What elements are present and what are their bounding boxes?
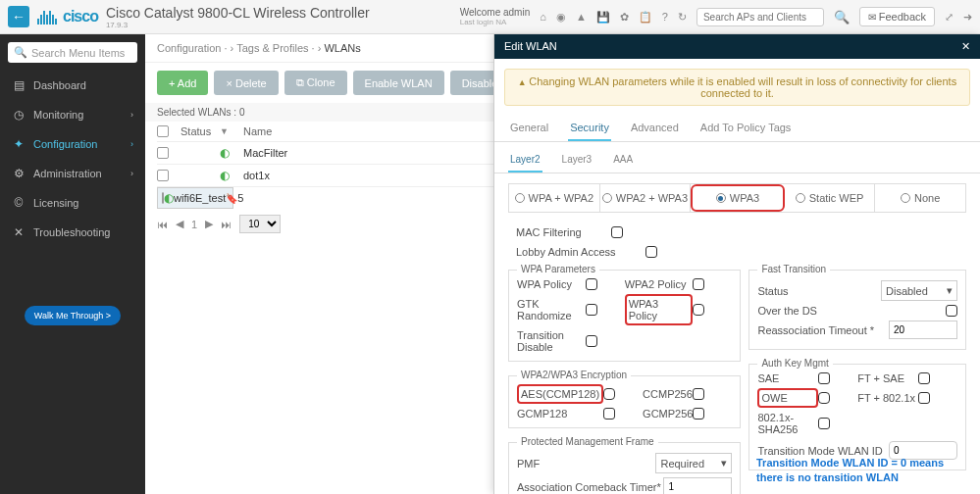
wpa-policy-checkbox[interactable] bbox=[586, 278, 597, 290]
wpa3-policy-checkbox[interactable] bbox=[693, 304, 704, 316]
col-status[interactable]: Status bbox=[181, 125, 220, 137]
8021x-sha256-checkbox[interactable] bbox=[818, 418, 830, 429]
pager-first[interactable]: ⏮ bbox=[157, 219, 168, 230]
product-title: Cisco Catalyst 9800-CL Wireless Controll… bbox=[106, 5, 370, 21]
filter-icon[interactable]: ▼ bbox=[220, 126, 243, 136]
version-label: 17.9.3 bbox=[106, 21, 370, 29]
add-button[interactable]: + Add bbox=[157, 71, 208, 95]
wifi-icon[interactable]: ◉ bbox=[556, 11, 566, 24]
lobby-admin-checkbox[interactable] bbox=[645, 246, 657, 258]
wpa-parameters-group: WPA Parameters WPA Policy WPA2 Policy GT… bbox=[508, 270, 741, 362]
subtab-layer3[interactable]: Layer3 bbox=[560, 148, 594, 173]
gcmp128-checkbox[interactable] bbox=[603, 408, 615, 420]
walk-me-through-button[interactable]: Walk Me Through > bbox=[25, 306, 121, 325]
over-the-ds-checkbox[interactable] bbox=[946, 305, 957, 317]
assoc-comeback-input[interactable] bbox=[663, 477, 732, 494]
mode-wpa3[interactable]: WPA3 bbox=[691, 184, 785, 212]
search-icon: 🔍 bbox=[14, 46, 27, 59]
gcmp256-checkbox[interactable] bbox=[693, 408, 704, 420]
fullscreen-icon[interactable]: ⤢ bbox=[945, 11, 954, 24]
annotation-note: Transition Mode WLAN ID = 0 means there … bbox=[756, 456, 962, 484]
sae-checkbox[interactable] bbox=[818, 372, 830, 384]
pager-last[interactable]: ⏭ bbox=[221, 219, 232, 230]
row-checkbox[interactable] bbox=[157, 170, 169, 181]
settings-icon[interactable]: ✿ bbox=[620, 11, 629, 24]
edit-wlan-panel: Edit WLAN ✕ ▲ Changing WLAN parameters w… bbox=[493, 34, 980, 494]
mode-wpa2-wpa3[interactable]: WPA2 + WPA3 bbox=[600, 184, 692, 212]
owe-checkbox[interactable] bbox=[818, 392, 830, 404]
clipboard-icon[interactable]: 📋 bbox=[639, 11, 652, 24]
page-size-select[interactable]: 10 bbox=[239, 215, 281, 233]
tab-general[interactable]: General bbox=[508, 116, 550, 141]
back-button[interactable]: ← bbox=[8, 6, 29, 27]
welcome-text: Welcome admin bbox=[460, 7, 531, 18]
cisco-logo-icon bbox=[37, 9, 57, 25]
pager-page: 1 bbox=[191, 219, 197, 230]
nav-troubleshooting[interactable]: ✕Troubleshooting bbox=[0, 218, 145, 247]
row-id: 5 bbox=[237, 192, 243, 204]
subtab-aaa[interactable]: AAA bbox=[611, 148, 635, 173]
mode-wpa-wpa2[interactable]: WPA + WPA2 bbox=[509, 184, 600, 212]
tab-add-policy[interactable]: Add To Policy Tags bbox=[698, 116, 794, 141]
select-all-checkbox[interactable] bbox=[157, 125, 169, 137]
last-login: Last login NA bbox=[460, 18, 531, 26]
status-up-icon: ◐ bbox=[220, 169, 243, 182]
sidebar: 🔍Search Menu Items ▤Dashboard ◷Monitorin… bbox=[0, 34, 145, 494]
clone-button[interactable]: ⧉ Clone bbox=[284, 71, 347, 95]
search-icon[interactable]: 🔍 bbox=[834, 10, 850, 25]
panel-title: Edit WLAN bbox=[504, 40, 557, 53]
nav-monitoring[interactable]: ◷Monitoring› bbox=[0, 100, 145, 129]
troubleshoot-icon: ✕ bbox=[12, 225, 26, 239]
crumb-tags[interactable]: Tags & Profiles bbox=[236, 42, 308, 54]
enable-wlan-button[interactable]: Enable WLAN bbox=[353, 71, 444, 95]
nav-administration[interactable]: ⚙Administration› bbox=[0, 159, 145, 188]
mode-none[interactable]: None bbox=[875, 184, 965, 212]
row-checkbox[interactable] bbox=[157, 147, 169, 159]
status-up-icon: ◐ bbox=[164, 191, 174, 205]
warning-banner: ▲ Changing WLAN parameters while it is e… bbox=[504, 69, 970, 106]
config-icon: ✦ bbox=[12, 137, 26, 151]
dashboard-icon: ▤ bbox=[12, 78, 26, 92]
tag-icon[interactable]: 🔖 bbox=[226, 193, 237, 204]
licensing-icon: © bbox=[12, 196, 26, 210]
tab-advanced[interactable]: Advanced bbox=[629, 116, 681, 141]
mode-static-wep[interactable]: Static WEP bbox=[785, 184, 876, 212]
wpa2-policy-checkbox[interactable] bbox=[693, 278, 704, 290]
mac-filtering-checkbox[interactable] bbox=[611, 226, 623, 238]
nav-configuration[interactable]: ✦Configuration› bbox=[0, 129, 145, 159]
ft-sae-checkbox[interactable] bbox=[918, 372, 930, 384]
pager-next[interactable]: ▶ bbox=[205, 218, 213, 230]
menu-search-input[interactable]: 🔍Search Menu Items bbox=[8, 42, 137, 63]
ft-status-select[interactable]: Disabled▾ bbox=[881, 280, 957, 301]
nav-licensing[interactable]: ©Licensing bbox=[0, 188, 145, 218]
save-icon[interactable]: 💾 bbox=[596, 11, 610, 24]
nav-dashboard[interactable]: ▤Dashboard bbox=[0, 71, 145, 100]
monitoring-icon: ◷ bbox=[12, 108, 26, 122]
admin-icon: ⚙ bbox=[12, 167, 26, 180]
pager-prev[interactable]: ◀ bbox=[176, 218, 183, 230]
global-search-input[interactable] bbox=[696, 8, 824, 26]
alert-icon[interactable]: ▲ bbox=[576, 11, 587, 24]
table-row[interactable]: ◐ wifi6E_test 🔖 5 bbox=[157, 187, 233, 209]
encryption-group: WPA2/WPA3 Encryption AES(CCMP128) CCMP25… bbox=[508, 375, 741, 428]
feedback-button[interactable]: ✉ Feedback bbox=[859, 7, 935, 26]
auth-key-mgmt-group: Auth Key Mgmt SAE FT + SAE OWE FT + 802.… bbox=[748, 364, 966, 470]
transition-disable-checkbox[interactable] bbox=[586, 335, 597, 347]
gtk-randomize-checkbox[interactable] bbox=[586, 304, 597, 316]
refresh-icon[interactable]: ↻ bbox=[678, 11, 687, 24]
logout-icon[interactable]: ➜ bbox=[963, 11, 972, 24]
pmf-select[interactable]: Required▾ bbox=[655, 453, 732, 473]
crumb-configuration[interactable]: Configuration bbox=[157, 42, 221, 54]
help-icon[interactable]: ? bbox=[662, 11, 668, 24]
mac-filtering-label: MAC Filtering bbox=[516, 226, 582, 238]
tab-security[interactable]: Security bbox=[568, 116, 611, 141]
aes-ccmp128-checkbox[interactable] bbox=[603, 388, 615, 400]
brand-text: cisco bbox=[63, 8, 98, 25]
subtab-layer2[interactable]: Layer2 bbox=[508, 148, 542, 173]
reassoc-timeout-input[interactable] bbox=[889, 321, 957, 339]
home-icon[interactable]: ⌂ bbox=[540, 11, 546, 24]
close-icon[interactable]: ✕ bbox=[961, 40, 970, 53]
ccmp256-checkbox[interactable] bbox=[693, 388, 704, 400]
delete-button[interactable]: × Delete bbox=[214, 71, 278, 95]
ft-8021x-checkbox[interactable] bbox=[918, 392, 930, 404]
